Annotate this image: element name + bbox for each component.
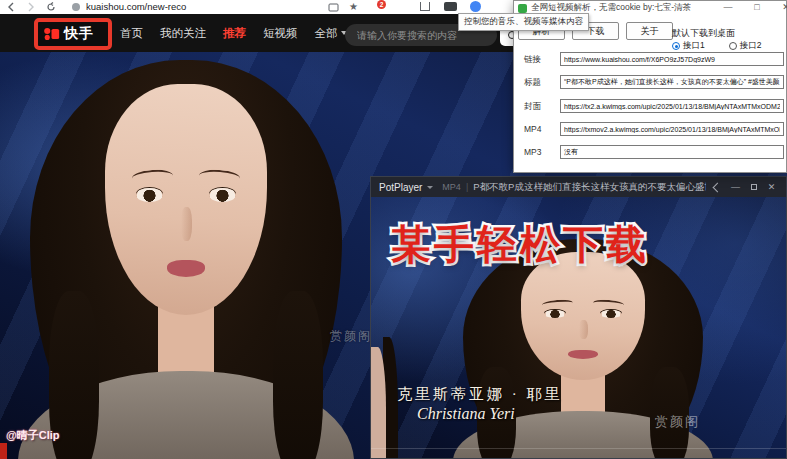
extension-chip-icon[interactable] xyxy=(444,2,457,11)
woman-portrait-feed xyxy=(30,60,342,459)
about-button[interactable]: 关于 xyxy=(626,22,673,40)
portrait-eye xyxy=(544,310,565,318)
site-info-icon[interactable] xyxy=(72,3,80,11)
maximize-icon[interactable] xyxy=(747,180,760,194)
nav-item-recommend[interactable]: 推荐 xyxy=(223,26,246,41)
field-label: 链接 xyxy=(524,54,541,66)
potplayer-app-name: PotPlayer xyxy=(379,182,422,193)
caption-name-english: Christiana Yeri xyxy=(417,405,515,423)
potplayer-filename: P都不敢P成这样她们直接长这样女孩真的不要太偏心盛世美颜.mp4 xyxy=(473,181,706,194)
cover-input[interactable] xyxy=(560,99,784,113)
minimize-icon[interactable]: — xyxy=(729,180,742,194)
field-label: 封面 xyxy=(524,101,541,113)
profile-avatar[interactable] xyxy=(470,1,481,12)
nav-item-following[interactable]: 我的关注 xyxy=(160,26,206,41)
portrait-hair-lock xyxy=(273,291,323,459)
portrait-lips xyxy=(568,350,598,360)
address-bar-url[interactable]: kuaishou.com/new-reco xyxy=(86,1,186,12)
kuaishou-logo-highlighted[interactable]: 快手 xyxy=(34,18,112,50)
potplayer-file-tag: MP4 xyxy=(442,182,461,192)
creator-watermark: @晴子Clip xyxy=(6,428,60,443)
bookmark-star-icon[interactable]: ★ xyxy=(348,1,359,12)
portrait-brow xyxy=(199,168,240,185)
download-tray-icon[interactable] xyxy=(420,2,430,11)
radio-label: 接口1 xyxy=(683,40,705,52)
field-row-title: 标题 xyxy=(514,75,786,90)
portrait-nose xyxy=(579,320,588,339)
media-control-tooltip: 控制您的音乐、视频等媒体内容 xyxy=(458,13,589,31)
video-bottom-line xyxy=(371,448,786,449)
corner-watermark: 赏颜阁 xyxy=(330,328,372,345)
radio-interface-2[interactable]: 接口2 xyxy=(729,40,762,52)
potplayer-menu-caret-icon[interactable] xyxy=(427,186,433,189)
mp4-input[interactable] xyxy=(560,122,784,136)
radio-selected-icon xyxy=(672,42,680,50)
back-icon[interactable] xyxy=(6,2,16,12)
video-red-corner-fragment xyxy=(0,443,7,459)
video-overlay-title: 某手轻松下载 xyxy=(391,217,649,272)
caption-name-chinese: 克里斯蒂亚娜 · 耶里 xyxy=(397,385,563,404)
portrait-brow xyxy=(542,299,574,309)
kuaishou-logo-text: 快手 xyxy=(64,25,94,43)
field-row-cover: 封面 xyxy=(514,99,786,114)
radio-interface-1[interactable]: 接口1 xyxy=(672,40,705,52)
kuaishou-logo-icon xyxy=(43,27,60,41)
nav-item-all[interactable]: 全部 xyxy=(315,26,347,41)
close-icon[interactable]: ✕ xyxy=(765,180,778,194)
potplayer-titlebar[interactable]: PotPlayer MP4 | P都不敢P成这样她们直接长这样女孩真的不要太偏心… xyxy=(371,177,786,197)
nav-item-all-label: 全部 xyxy=(315,26,338,41)
nav-item-home[interactable]: 首页 xyxy=(120,26,143,41)
radio-label: 接口2 xyxy=(740,40,762,52)
extension-badge: 2 xyxy=(377,0,386,9)
title-input[interactable] xyxy=(560,75,784,89)
titlebar-separator: | xyxy=(466,182,468,192)
nav-items: 首页 我的关注 推荐 短视频 全部 xyxy=(120,14,347,52)
radio-unselected-icon xyxy=(729,42,737,50)
field-label: 标题 xyxy=(524,77,541,89)
potplayer-video-surface[interactable]: 某手轻松下载 克里斯蒂亚娜 · 耶里 Christiana Yeri 赏颜阁 xyxy=(371,197,786,458)
minimize-button[interactable]: — xyxy=(722,2,734,13)
nav-item-short-video[interactable]: 短视频 xyxy=(263,26,298,41)
portrait-eye xyxy=(209,188,237,202)
potplayer-window: PotPlayer MP4 | P都不敢P成这样她们直接长这样女孩真的不要太偏心… xyxy=(370,176,787,459)
field-row-mp3: MP3 xyxy=(514,145,786,160)
field-row-link: 链接 xyxy=(514,52,786,67)
screenshot-root: kuaishou.com/new-reco ★ 2 快手 首页 我的关注 推荐 … xyxy=(0,0,787,459)
portrait-eye xyxy=(136,188,164,202)
portrait-nose xyxy=(181,207,192,242)
portrait-eye xyxy=(600,310,621,318)
field-row-mp4: MP4 xyxy=(514,122,786,137)
forward-icon[interactable] xyxy=(26,2,36,12)
pin-icon[interactable] xyxy=(711,180,724,194)
link-input[interactable] xyxy=(560,52,784,66)
mp3-input[interactable] xyxy=(560,145,784,159)
video-watermark: 赏颜阁 xyxy=(655,413,700,431)
cast-icon[interactable] xyxy=(328,2,339,13)
field-label: MP4 xyxy=(524,124,541,134)
interface-radio-group: 接口1 接口2 xyxy=(672,40,761,52)
portrait-brow xyxy=(132,168,173,185)
maximize-button[interactable]: □ xyxy=(751,2,763,13)
field-label: MP3 xyxy=(524,147,541,157)
reload-icon[interactable] xyxy=(46,2,56,12)
portrait-lips xyxy=(167,260,206,277)
close-button[interactable]: ✕ xyxy=(780,2,787,13)
default-save-note: 默认下载到桌面 xyxy=(672,27,735,40)
downloader-app-icon xyxy=(518,4,527,13)
portrait-brow xyxy=(593,299,625,309)
